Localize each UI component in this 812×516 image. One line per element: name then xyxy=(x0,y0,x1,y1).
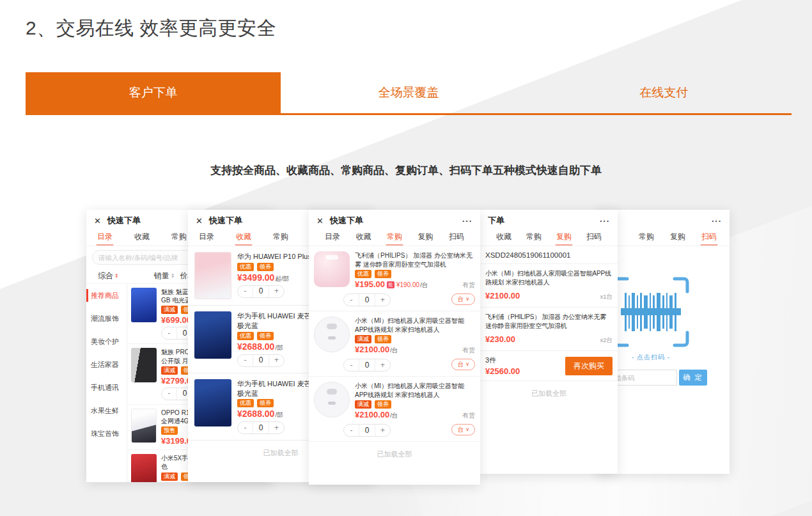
product-image xyxy=(131,454,157,482)
unit-select[interactable]: 台∨ xyxy=(451,424,475,435)
tab-full-scenario[interactable]: 全场景覆盖 xyxy=(281,72,536,113)
scan-hint: - 点击扫码 - xyxy=(611,353,691,362)
minus-button[interactable]: - xyxy=(162,327,176,340)
unit-select[interactable]: 台∨ xyxy=(451,359,475,370)
product-price: ¥3199.0 xyxy=(161,436,191,446)
quantity-value: 0 xyxy=(253,354,269,366)
order-item-qty: x2台 xyxy=(600,336,613,345)
tab-scan[interactable]: 扫码 xyxy=(696,228,722,246)
quantity-stepper[interactable]: -0+ xyxy=(343,424,391,437)
minus-button[interactable]: - xyxy=(238,354,253,366)
close-icon[interactable]: ✕ xyxy=(196,216,203,226)
product-row[interactable]: 小米（MI）扫地机器人家用吸尘器智能APP线路规划 米家扫地机器人 满减领券 ¥… xyxy=(309,377,480,442)
tab-favorites[interactable]: 收藏 xyxy=(225,228,262,246)
page-title: 2、交易在线 效率更高更安全 xyxy=(26,15,276,42)
tab-scan[interactable]: 扫码 xyxy=(442,228,471,246)
order-item-title: 飞利浦（PHILIPS） 加湿器 办公室纳米无雾 迷你静音家用卧室空气加湿机 xyxy=(485,313,613,331)
category-sidebar: 推荐商品 潮流服饰 美妆个护 生活家器 手机通讯 水果生鲜 珠宝首饰 xyxy=(86,284,127,482)
quantity-stepper[interactable]: -0+ xyxy=(237,354,285,367)
product-image xyxy=(314,317,350,352)
tab-catalog[interactable]: 目录 xyxy=(86,228,123,246)
panel-title: 快速下单 xyxy=(209,215,242,226)
product-title: 小米（MI）扫地机器人家用吸尘器智能APP线路规划 米家扫地机器人 xyxy=(355,382,476,399)
sort-sales[interactable]: 销量⇕ xyxy=(154,270,175,281)
minus-button[interactable]: - xyxy=(162,387,176,400)
sidebar-item-home[interactable]: 生活家器 xyxy=(86,353,127,376)
product-image xyxy=(314,382,350,418)
sort-arrow-icon: ⇕ xyxy=(114,273,119,279)
tab-frequent[interactable]: 常购 xyxy=(634,228,659,246)
tab-customer-order[interactable]: 客户下单 xyxy=(26,72,281,113)
stock-status: 有货 xyxy=(462,411,476,420)
panel-title: 下单 xyxy=(488,215,504,226)
promo-tag: 优惠 xyxy=(355,270,371,278)
stock-status: 有货 xyxy=(462,281,476,290)
alt-price: ¥190.00 xyxy=(396,281,419,288)
tab-favorites[interactable]: 收藏 xyxy=(349,228,379,246)
tab-reorder[interactable]: 复购 xyxy=(411,228,441,246)
sidebar-item-recommended[interactable]: 推荐商品 xyxy=(86,284,127,307)
panel-order-reorder: 下单 ··· 收藏 常购 复购 扫码 XSDD2480519061100001 … xyxy=(480,210,618,474)
product-row[interactable]: 小米（MI）扫地机器人家用吸尘器智能APP线路规划 米家扫地机器人 满减领券 ¥… xyxy=(309,311,480,377)
sort-comprehensive[interactable]: 综合⇕ xyxy=(98,270,119,281)
plus-button[interactable]: + xyxy=(269,422,284,434)
product-price: ¥2799.0 xyxy=(161,376,191,386)
price-unit: 起/部 xyxy=(275,275,289,283)
barcode-icon xyxy=(612,276,690,348)
more-icon[interactable]: ··· xyxy=(712,216,722,226)
plus-button[interactable]: + xyxy=(269,285,284,297)
quantity-stepper[interactable]: -0+ xyxy=(237,285,285,298)
screenshot-collage: ✕ 快速下单 目录 收藏 常购 综合⇕ 销量⇕ 价格⇕ 推荐商品 潮流服饰 美妆 xyxy=(86,210,730,486)
sidebar-item-jewelry[interactable]: 珠宝首饰 xyxy=(86,422,127,445)
promo-tag: 领券 xyxy=(257,399,274,407)
tab-reorder[interactable]: 复购 xyxy=(665,228,691,246)
promo-tag: 优惠 xyxy=(237,263,254,271)
minus-button[interactable]: - xyxy=(344,359,359,371)
price-unit: /部 xyxy=(275,411,283,419)
tab-favorites[interactable]: 收藏 xyxy=(489,228,519,246)
sidebar-item-fruits[interactable]: 水果生鲜 xyxy=(86,399,127,422)
plus-button[interactable]: + xyxy=(375,359,390,371)
tab-favorites[interactable]: 收藏 xyxy=(123,228,160,246)
tab-frequent[interactable]: 常购 xyxy=(262,228,299,246)
order-item[interactable]: 小米（MI）扫地机器人家用吸尘器智能APP线路规划 米家扫地机器人 ¥2100.… xyxy=(480,264,618,308)
tab-frequent[interactable]: 常购 xyxy=(380,228,409,246)
tab-reorder[interactable]: 复购 xyxy=(549,228,579,246)
price-unit: /台 xyxy=(390,412,398,420)
sidebar-item-beauty[interactable]: 美妆个护 xyxy=(86,330,127,353)
tab-catalog[interactable]: 目录 xyxy=(318,228,347,246)
sidebar-item-fashion[interactable]: 潮流服饰 xyxy=(86,307,127,330)
minus-button[interactable]: - xyxy=(238,285,253,297)
quantity-stepper[interactable]: -0+ xyxy=(343,359,391,371)
plus-button[interactable]: + xyxy=(375,294,390,306)
rebuy-button[interactable]: 再次购买 xyxy=(565,357,613,375)
product-row[interactable]: 飞利浦（PHILIPS） 加湿器 办公室纳米无雾 迷你静音家用卧室空气加湿机 优… xyxy=(309,246,480,311)
sidebar-item-phones[interactable]: 手机通讯 xyxy=(86,376,127,399)
quantity-stepper[interactable]: -0+ xyxy=(343,293,391,306)
more-icon[interactable]: ··· xyxy=(600,216,610,226)
barcode-scan-area[interactable]: - 点击扫码 - xyxy=(611,276,691,362)
tab-catalog[interactable]: 目录 xyxy=(188,228,225,246)
product-image xyxy=(194,252,231,299)
minus-button[interactable]: - xyxy=(238,422,253,434)
close-icon[interactable]: ✕ xyxy=(94,216,101,226)
promo-tag: 满减 xyxy=(161,473,178,481)
more-icon[interactable]: ··· xyxy=(462,216,472,226)
order-item-count: 3件 xyxy=(485,356,520,365)
order-total: ¥2560.00 xyxy=(485,366,520,376)
quantity-value: 0 xyxy=(359,425,375,437)
minus-button[interactable]: - xyxy=(344,425,359,437)
order-item[interactable]: 飞利浦（PHILIPS） 加湿器 办公室纳米无雾 迷你静音家用卧室空气加湿机 ¥… xyxy=(480,308,618,351)
quantity-stepper[interactable]: -0+ xyxy=(237,421,285,434)
tab-scan[interactable]: 扫码 xyxy=(579,228,609,246)
unit-select[interactable]: 台∨ xyxy=(451,293,475,305)
price-unit: /部 xyxy=(275,344,283,352)
close-icon[interactable]: ✕ xyxy=(316,216,324,226)
plus-button[interactable]: + xyxy=(375,425,390,437)
product-price: ¥195.00 xyxy=(355,279,385,289)
minus-button[interactable]: - xyxy=(344,294,359,306)
confirm-button[interactable]: 确 定 xyxy=(679,370,707,386)
plus-button[interactable]: + xyxy=(269,354,284,366)
tab-online-payment[interactable]: 在线支付 xyxy=(536,72,792,113)
tab-frequent[interactable]: 常购 xyxy=(519,228,549,246)
